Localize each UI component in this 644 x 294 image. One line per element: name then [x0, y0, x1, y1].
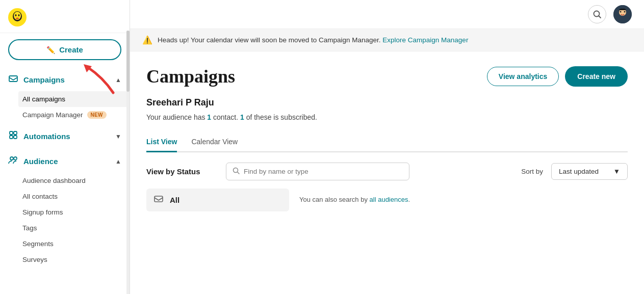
- sidebar: ✏️ Create Campaigns ▲ Al: [0, 0, 130, 294]
- all-contacts-label: All contacts: [22, 193, 58, 200]
- page-header: Campaigns View analytics Create new: [146, 66, 628, 87]
- nav-section-header-left: Campaigns: [8, 73, 65, 86]
- audience-chevron-icon: ▲: [115, 158, 121, 165]
- content-area: Campaigns View analytics Create new Sree…: [130, 51, 644, 294]
- nav-section-audience: Audience ▲ Audience dashboard All contac…: [0, 150, 130, 268]
- all-campaigns-label: All campaigns: [22, 95, 65, 103]
- calendar-view-label: Calendar View: [191, 138, 238, 146]
- list-view-label: List View: [146, 138, 177, 146]
- audience-name: Sreehari P Raju: [146, 97, 628, 108]
- scrollbar-track[interactable]: [126, 31, 130, 294]
- search-box[interactable]: [226, 163, 409, 180]
- audience-nav-items: Audience dashboard All contacts Signup f…: [0, 173, 130, 268]
- audience-description: Your audience has 1 contact. 1 of these …: [146, 113, 628, 121]
- sidebar-item-surveys[interactable]: Surveys: [22, 252, 130, 268]
- automations-label: Automations: [23, 132, 70, 141]
- banner-text: Heads up! Your calendar view will soon b…: [158, 36, 468, 44]
- search-hint-before: You can also search by: [299, 196, 370, 203]
- search-icon[interactable]: [588, 5, 606, 23]
- sort-dropdown-chevron-icon: ▼: [613, 168, 620, 175]
- sidebar-item-tags[interactable]: Tags: [22, 220, 130, 236]
- search-hint-after: .: [408, 196, 410, 203]
- svg-point-17: [620, 11, 622, 13]
- sidebar-item-segments[interactable]: Segments: [22, 236, 130, 252]
- campaigns-nav-items: All campaigns Campaign Manager New: [0, 91, 130, 123]
- search-box-icon: [233, 167, 240, 176]
- nav-section-header-campaigns[interactable]: Campaigns ▲: [0, 68, 130, 91]
- mailchimp-logo: [8, 8, 27, 26]
- audience-desc-mid: contact.: [211, 113, 240, 121]
- pencil-icon: ✏️: [46, 46, 55, 54]
- search-hint: You can also search by all audiences.: [299, 196, 410, 203]
- tab-calendar-view[interactable]: Calendar View: [191, 133, 238, 152]
- svg-line-20: [238, 172, 240, 174]
- sidebar-nav: Campaigns ▲ All campaigns Campaign Manag…: [0, 66, 130, 294]
- sidebar-item-signup-forms[interactable]: Signup forms: [22, 204, 130, 220]
- svg-line-14: [599, 16, 601, 18]
- segments-label: Segments: [22, 240, 54, 248]
- campaigns-icon: [8, 73, 18, 86]
- view-analytics-button[interactable]: View analytics: [487, 67, 559, 86]
- campaign-manager-label: Campaign Manager: [22, 111, 83, 119]
- campaigns-chevron-icon: ▲: [115, 76, 121, 84]
- surveys-label: Surveys: [22, 256, 47, 263]
- page-title: Campaigns: [146, 66, 235, 87]
- sort-option-label: Last updated: [559, 168, 599, 175]
- explore-campaign-manager-link[interactable]: Explore Campaign Manager: [382, 36, 468, 44]
- sidebar-item-all-campaigns[interactable]: All campaigns: [18, 91, 130, 107]
- top-bar: [130, 0, 644, 29]
- nav-section-header-audience-left: Audience: [8, 155, 58, 168]
- view-tabs: List View Calendar View: [146, 133, 628, 152]
- status-all-row[interactable]: All: [146, 189, 289, 211]
- sort-dropdown[interactable]: Last updated ▼: [551, 163, 628, 180]
- nav-section-automations: Automations ▼: [0, 125, 130, 148]
- sort-by-label: Sort by: [521, 168, 543, 175]
- nav-section-campaigns: Campaigns ▲ All campaigns Campaign Manag…: [0, 68, 130, 123]
- svg-rect-7: [10, 131, 13, 135]
- svg-point-5: [16, 18, 19, 19]
- sidebar-item-all-contacts[interactable]: All contacts: [22, 189, 130, 204]
- sidebar-item-audience-dashboard[interactable]: Audience dashboard: [22, 173, 130, 189]
- sidebar-header: [0, 0, 130, 33]
- avatar[interactable]: [613, 5, 632, 23]
- tab-list-view[interactable]: List View: [146, 133, 177, 152]
- audience-desc-after: of these is subscribed.: [244, 113, 317, 121]
- filter-bar: View by Status Sort by Last updated ▼: [146, 163, 628, 180]
- audience-count2: 1: [240, 113, 244, 121]
- all-status-icon: [153, 194, 164, 206]
- main-content: ⚠️ Heads up! Your calendar view will soo…: [130, 0, 644, 294]
- tags-label: Tags: [22, 224, 37, 232]
- create-label: Create: [59, 45, 83, 54]
- svg-point-18: [624, 11, 626, 13]
- svg-rect-10: [14, 136, 17, 139]
- status-filter-area: All You can also search by all audiences…: [146, 189, 628, 218]
- svg-rect-9: [10, 136, 13, 139]
- audience-icon: [8, 155, 18, 168]
- svg-point-3: [15, 14, 17, 16]
- header-actions: View analytics Create new: [487, 66, 628, 87]
- announcement-banner: ⚠️ Heads up! Your calendar view will soo…: [130, 29, 644, 51]
- all-status-label: All: [170, 196, 179, 204]
- audience-dashboard-label: Audience dashboard: [22, 177, 86, 184]
- create-new-button[interactable]: Create new: [565, 66, 628, 87]
- search-input[interactable]: [244, 168, 403, 175]
- campaign-manager-new-badge: New: [87, 111, 107, 119]
- svg-point-11: [10, 157, 13, 160]
- warning-icon: ⚠️: [142, 35, 152, 45]
- view-by-status-label: View by Status: [146, 167, 218, 176]
- nav-section-header-automations-left: Automations: [8, 130, 70, 143]
- automations-chevron-icon: ▼: [115, 133, 121, 140]
- create-button[interactable]: ✏️ Create: [8, 39, 121, 60]
- audience-count1: 1: [207, 113, 211, 121]
- svg-rect-21: [154, 196, 163, 202]
- all-audiences-link[interactable]: all audiences: [370, 196, 408, 203]
- audience-desc-before: Your audience has: [146, 113, 207, 121]
- scrollbar-thumb[interactable]: [126, 31, 130, 92]
- search-hint-area: You can also search by all audiences.: [299, 189, 410, 203]
- nav-section-header-audience[interactable]: Audience ▲: [0, 150, 130, 173]
- nav-section-header-automations[interactable]: Automations ▼: [0, 125, 130, 148]
- svg-point-4: [18, 14, 20, 16]
- audience-label: Audience: [23, 157, 58, 166]
- sidebar-item-campaign-manager[interactable]: Campaign Manager New: [22, 107, 130, 123]
- svg-point-12: [14, 157, 17, 160]
